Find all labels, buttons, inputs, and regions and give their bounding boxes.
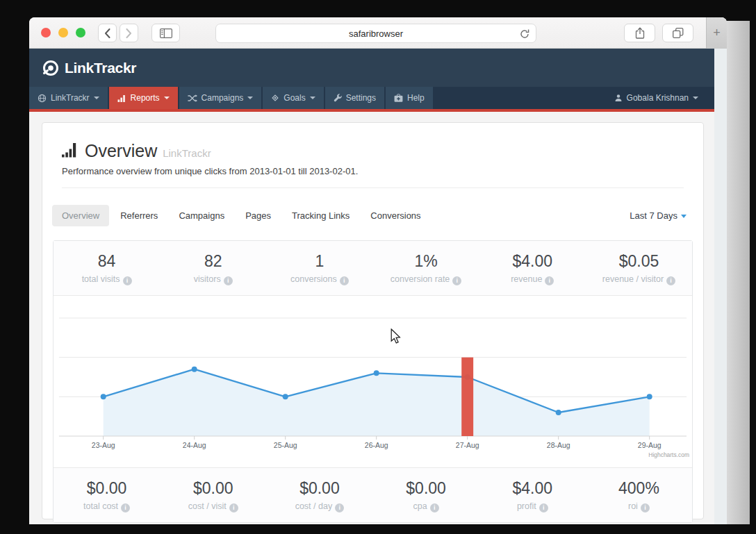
stat-value: 1% (373, 252, 479, 271)
close-window-button[interactable] (41, 28, 51, 37)
nav-item-linktrackr[interactable]: LinkTrackr (29, 87, 108, 109)
address-bar[interactable]: safaribrowser (215, 24, 536, 43)
tab-overview-button[interactable] (662, 24, 693, 42)
share-button[interactable] (624, 24, 655, 42)
nav-item-campaigns[interactable]: Campaigns (179, 87, 262, 109)
nav-label: Goals (284, 93, 305, 103)
info-icon[interactable]: i (121, 503, 130, 512)
info-icon[interactable]: i (430, 503, 439, 512)
info-icon[interactable]: i (340, 276, 349, 285)
stat-value: $4.00 (479, 479, 586, 498)
shuffle-icon (188, 94, 197, 102)
stat-revenue: $4.00 revenuei (479, 241, 586, 295)
chart-credit[interactable]: Highcharts.com (648, 451, 689, 458)
page-title-suffix: LinkTrackr (163, 147, 211, 159)
address-text: safaribrowser (349, 28, 403, 39)
page-background: Overview LinkTrackr Performance overview… (29, 112, 714, 524)
tab-pages[interactable]: Pages (236, 205, 281, 226)
info-icon[interactable]: i (545, 276, 554, 285)
caret-down-icon (164, 97, 170, 99)
stat-value: 82 (160, 252, 266, 271)
info-icon[interactable]: i (229, 503, 238, 512)
stat-profit: $4.00 profiti (479, 468, 586, 522)
stat-value: $4.00 (479, 252, 586, 271)
tab-tracking-links[interactable]: Tracking Links (282, 205, 359, 226)
x-axis-label: 25-Aug (274, 442, 297, 449)
info-icon[interactable]: i (452, 276, 461, 285)
caret-down-icon (247, 97, 253, 99)
report-tabs: Overview Referrers Campaigns Pages Track… (42, 188, 703, 240)
stat-cost-visit: $0.00 cost / visiti (160, 468, 266, 522)
stat-value: $0.00 (160, 479, 266, 498)
info-icon[interactable]: i (123, 276, 132, 285)
chart-point[interactable] (556, 410, 561, 415)
date-range-label: Last 7 Days (630, 210, 677, 221)
forward-button[interactable] (120, 24, 138, 42)
tab-campaigns[interactable]: Campaigns (169, 205, 234, 226)
minimize-window-button[interactable] (58, 28, 68, 37)
nav-item-settings[interactable]: Settings (325, 87, 384, 109)
stats-chart-card: 84 total visitsi 82 visitorsi 1 conversi… (53, 240, 693, 523)
back-button[interactable] (98, 24, 117, 42)
app-header: LinkTrackr (29, 49, 714, 87)
user-menu[interactable]: Gobala Krishnan (606, 87, 707, 109)
zoom-window-button[interactable] (76, 28, 85, 37)
app-navbar: LinkTrackr Reports Campaigns (29, 87, 714, 109)
chart-title-bars-icon (62, 142, 78, 160)
nav-item-reports[interactable]: Reports (109, 87, 178, 109)
stats-row-bottom: $0.00 total costi $0.00 cost / visiti $0… (54, 467, 692, 522)
nav-label: Settings (346, 93, 376, 103)
stat-value: $0.00 (266, 479, 372, 498)
stat-total-visits: 84 total visitsi (54, 241, 160, 295)
chart-point[interactable] (192, 367, 197, 372)
x-axis-label: 24-Aug (183, 442, 206, 449)
chart-point[interactable] (647, 394, 652, 399)
browser-titlebar: safaribrowser (29, 17, 727, 49)
nav-item-help[interactable]: Help (386, 87, 433, 109)
stat-value: 84 (54, 252, 160, 271)
cursor-pointer-icon (391, 328, 402, 347)
new-tab-button[interactable]: + (706, 17, 727, 49)
info-icon[interactable]: i (224, 276, 233, 285)
date-range-dropdown[interactable]: Last 7 Days (630, 210, 687, 221)
stat-label: total cost (83, 501, 118, 511)
tab-overview[interactable]: Overview (52, 205, 109, 226)
stat-label: visitors (194, 274, 221, 284)
stat-conversion-rate: 1% conversion ratei (373, 241, 479, 295)
caret-down-icon (94, 97, 99, 99)
bar-chart-icon (117, 94, 126, 102)
stat-value: $0.00 (373, 479, 479, 498)
plus-icon: + (713, 26, 721, 40)
tab-referrers[interactable]: Referrers (110, 205, 167, 226)
nav-item-goals[interactable]: Goals (263, 87, 323, 109)
stat-value: $0.00 (54, 479, 160, 498)
tab-conversions[interactable]: Conversions (361, 205, 430, 226)
content-panel: Overview LinkTrackr Performance overview… (42, 122, 704, 519)
x-axis-label: 28-Aug (547, 442, 570, 449)
info-icon[interactable]: i (641, 503, 650, 512)
chevron-left-icon (104, 28, 110, 38)
info-icon[interactable]: i (666, 276, 675, 285)
caret-down-icon (310, 97, 315, 99)
chart-point[interactable] (283, 394, 288, 399)
panel-header: Overview LinkTrackr Performance overview… (42, 123, 703, 188)
info-icon[interactable]: i (539, 503, 548, 512)
target-icon (271, 94, 279, 102)
x-axis-label: 26-Aug (365, 442, 388, 449)
info-icon[interactable]: i (335, 503, 344, 512)
caret-down-icon (681, 215, 687, 218)
background-window-edge (727, 21, 750, 524)
tabs-icon (673, 28, 684, 38)
stat-cpa: $0.00 cpai (373, 468, 479, 522)
sidebar-icon (160, 28, 172, 38)
reload-icon (520, 29, 529, 39)
brand-name[interactable]: LinkTrackr (65, 60, 136, 76)
sidebar-toggle-button[interactable] (151, 24, 180, 42)
chart-point[interactable] (374, 370, 379, 376)
scrollbar-track[interactable] (714, 49, 727, 524)
user-icon (614, 94, 623, 102)
reload-button[interactable] (520, 29, 529, 42)
stat-revenue-visitor: $0.05 revenue / visitori (586, 241, 692, 295)
chart-annotation-bar[interactable] (461, 358, 473, 436)
chart-point[interactable] (101, 394, 106, 399)
